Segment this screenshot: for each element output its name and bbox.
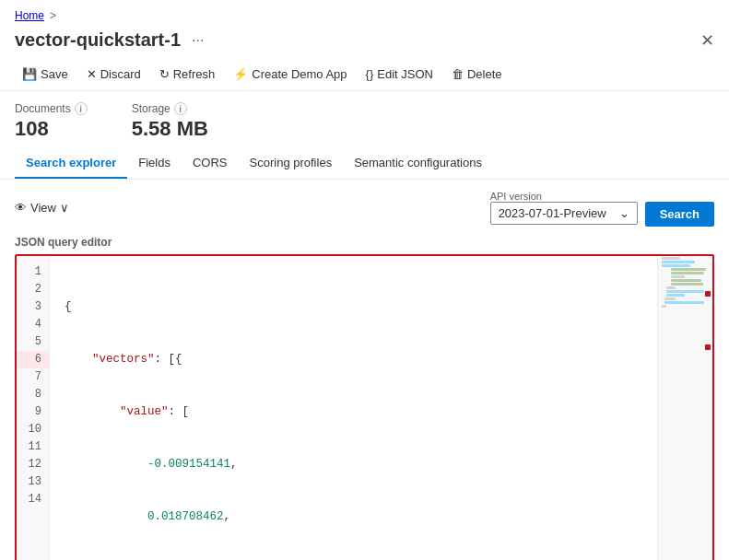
demo-icon: ⚡: [233, 67, 248, 81]
json-icon: {}: [366, 67, 374, 81]
refresh-button[interactable]: ↻ Refresh: [152, 64, 223, 85]
ellipsis-button[interactable]: ···: [188, 30, 207, 51]
line-numbers: 1 2 3 4 5 6 7 8 9 10 11 12 13 14: [17, 256, 50, 560]
dropdown-chevron-icon: ⌄: [619, 206, 629, 220]
documents-label: Documents i: [15, 102, 88, 115]
page-title: vector-quickstart-1: [15, 29, 181, 51]
stats-row: Documents i 108 Storage i 5.58 MB: [0, 91, 729, 148]
api-section: API version 2023-07-01-Preview ⌄ Search: [490, 189, 714, 227]
delete-icon: 🗑: [452, 67, 464, 81]
line-num-2: 2: [17, 281, 49, 298]
breadcrumb-separator: >: [50, 9, 56, 22]
discard-button[interactable]: ✕ Discard: [79, 64, 148, 85]
json-editor[interactable]: 1 2 3 4 5 6 7 8 9 10 11 12 13 14 { "vect…: [15, 254, 714, 560]
storage-label: Storage i: [132, 102, 208, 115]
documents-stat: Documents i 108: [15, 102, 88, 141]
line-num-12: 12: [17, 456, 49, 473]
tab-cors[interactable]: CORS: [182, 148, 239, 179]
line-num-8: 8: [17, 386, 49, 403]
tabs: Search explorer Fields CORS Scoring prof…: [0, 148, 729, 180]
breadcrumb: Home >: [0, 0, 729, 26]
line-num-5: 5: [17, 333, 49, 351]
code-line-2: "vectors": [{: [61, 351, 657, 368]
line-num-6: 6: [17, 351, 49, 368]
line-num-9: 9: [17, 403, 49, 421]
save-icon: 💾: [22, 67, 37, 81]
create-demo-app-button[interactable]: ⚡ Create Demo App: [226, 64, 354, 85]
line-num-1: 1: [17, 263, 49, 281]
line-num-11: 11: [17, 438, 49, 456]
documents-value: 108: [15, 117, 88, 141]
chevron-down-icon: ∨: [60, 201, 69, 215]
line-num-7: 7: [17, 368, 49, 386]
code-line-1: {: [61, 298, 657, 316]
refresh-icon: ↻: [159, 67, 170, 81]
tab-scoring-profiles[interactable]: Scoring profiles: [239, 148, 344, 179]
code-line-3: "value": [: [61, 403, 657, 421]
line-num-3: 3: [17, 298, 49, 316]
toolbar: 💾 Save ✕ Discard ↻ Refresh ⚡ Create Demo…: [0, 58, 729, 91]
code-line-5: 0.018708462,: [61, 508, 657, 526]
search-button[interactable]: Search: [645, 202, 714, 227]
error-indicator-2: [705, 344, 711, 350]
tab-semantic-configurations[interactable]: Semantic configurations: [343, 148, 493, 179]
storage-stat: Storage i 5.58 MB: [132, 102, 208, 141]
api-version-label: API version 2023-07-01-Preview ⌄: [490, 191, 638, 225]
storage-info-icon: i: [174, 102, 187, 115]
eye-icon: 👁: [15, 201, 27, 215]
code-line-4: -0.009154141,: [61, 456, 657, 473]
line-num-4: 4: [17, 316, 49, 333]
secondary-toolbar: 👁 View ∨ API version 2023-07-01-Preview …: [0, 180, 729, 232]
documents-info-icon: i: [75, 102, 88, 115]
api-version-select[interactable]: 2023-07-01-Preview ⌄: [490, 202, 638, 225]
storage-value: 5.58 MB: [132, 117, 208, 141]
line-num-10: 10: [17, 421, 49, 438]
line-num-13: 13: [17, 473, 49, 491]
page-header: vector-quickstart-1 ··· ✕: [0, 26, 729, 58]
tab-fields[interactable]: Fields: [127, 148, 182, 179]
save-button[interactable]: 💾 Save: [15, 64, 76, 85]
discard-icon: ✕: [87, 67, 97, 81]
edit-json-button[interactable]: {} Edit JSON: [359, 64, 441, 85]
close-button[interactable]: ✕: [700, 30, 714, 51]
error-indicator-1: [705, 291, 711, 297]
editor-label: JSON query editor: [0, 232, 729, 254]
delete-button[interactable]: 🗑 Delete: [444, 64, 510, 85]
view-button[interactable]: 👁 View ∨: [15, 201, 69, 215]
code-content[interactable]: { "vectors": [{ "value": [ -0.009154141,…: [50, 256, 657, 560]
minimap: [657, 256, 712, 560]
tab-search-explorer[interactable]: Search explorer: [15, 148, 127, 179]
breadcrumb-home[interactable]: Home: [15, 9, 44, 22]
line-num-14: 14: [17, 491, 49, 508]
